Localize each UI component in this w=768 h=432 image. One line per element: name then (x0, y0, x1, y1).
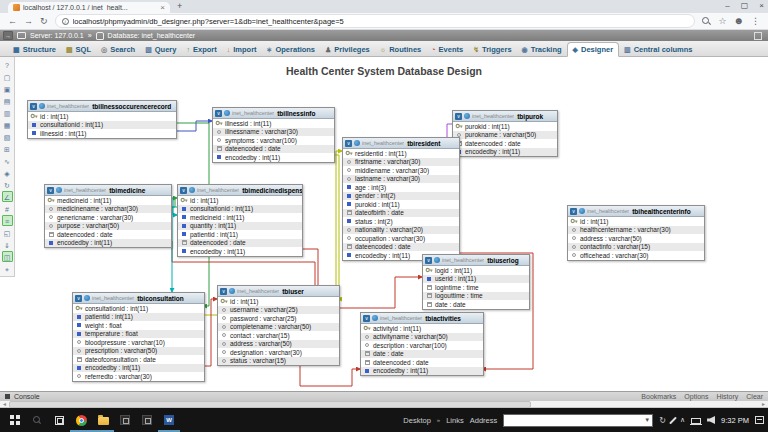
small-big-all-icon[interactable]: ◱ (2, 227, 13, 238)
zoom-icon[interactable] (702, 17, 711, 26)
window-close-button[interactable]: × (759, 0, 764, 12)
export-schema-icon[interactable]: ⇓ (2, 239, 13, 250)
volume-icon[interactable] (707, 416, 715, 424)
entity-tbiactivities[interactable]: ∨inet_healthcentertbiactivitiesactivityi… (360, 312, 484, 376)
field-tbiresident-middlename[interactable]: middlename : varchar(30) (343, 166, 459, 175)
table-structure-icon[interactable] (372, 315, 378, 321)
field-tbipurok-purokname[interactable]: purokname : varchar(50) (453, 131, 557, 140)
table-structure-icon[interactable] (56, 187, 62, 193)
photos-taskbar-button[interactable] (114, 408, 136, 432)
field-tbimedicinedispense-patientid[interactable]: patientid : int(11) (178, 230, 302, 239)
entity-header[interactable]: ∨inet_healthcentertbimedicine (45, 185, 171, 196)
field-tbiconsultation-temperature[interactable]: temperature : float (73, 330, 204, 339)
field-tbimedicine-genericname[interactable]: genericname : varchar(30) (45, 213, 171, 222)
back-icon[interactable]: ← (8, 17, 17, 26)
start-button[interactable] (4, 408, 26, 432)
address-go-icon[interactable]: ↻ (659, 416, 666, 425)
console-label[interactable]: Console (14, 393, 40, 400)
tray-expand-icon[interactable]: ∧ (680, 416, 685, 424)
field-tbiresident-residentid[interactable]: residentid : int(11) (343, 149, 459, 158)
field-tbiuser-completename[interactable]: completename : varchar(50) (218, 323, 339, 332)
tab-events[interactable]: ◔Events (426, 43, 468, 56)
tab-privileges[interactable]: ♟Privileges (320, 43, 375, 56)
tab-central-columns[interactable]: ▥Central columns (619, 43, 697, 56)
field-tbiresident-gender[interactable]: gender : int(2) (343, 192, 459, 201)
console-link-bookmarks[interactable]: Bookmarks (641, 393, 676, 400)
entity-header[interactable]: ∨inet_healthcentertbiresident (343, 138, 459, 149)
entity-tbiuser[interactable]: ∨inet_healthcentertbiuserid : int(11)use… (217, 285, 340, 366)
forward-icon[interactable]: → (24, 17, 33, 26)
entity-tbillnessoccurencerecord[interactable]: ∨inet_healthcentertbillnessoccurencereco… (27, 100, 177, 139)
entity-tbipurok[interactable]: ∨inet_healthcentertbipurokpurokid : int(… (452, 110, 558, 157)
table-structure-icon[interactable] (434, 257, 440, 263)
browser-tab[interactable]: localhost / 127.0.0.1 / inet_healt... × (8, 2, 170, 13)
tab-structure[interactable]: ▦Structure (8, 43, 61, 56)
field-tbihealthcenterinfo-officehead[interactable]: officehead : varchar(30) (568, 251, 704, 260)
scroll-left-icon[interactable]: ◄ (0, 401, 9, 407)
table-structure-icon[interactable] (354, 140, 360, 146)
profile-avatar-icon[interactable]: ☻ (733, 16, 744, 26)
table-structure-icon[interactable] (84, 295, 90, 301)
table-structure-icon[interactable] (579, 208, 585, 214)
field-tbimedicine-encodedby[interactable]: encodedby : int(11) (45, 239, 171, 248)
entity-tbimedicine[interactable]: ∨inet_healthcentertbimedicinemedicineid … (44, 184, 172, 248)
console-link-clear[interactable]: Clear (746, 393, 763, 400)
field-tbihealthcenterinfo-id[interactable]: id : int(11) (568, 217, 704, 226)
tab-operations[interactable]: ∗Operations (262, 43, 320, 56)
field-tbimedicine-purpose[interactable]: purpose : varchar(50) (45, 222, 171, 231)
field-tbiuser-address[interactable]: address : varchar(50) (218, 340, 339, 349)
tab-designer[interactable]: ◈Designer (567, 42, 620, 57)
file-explorer-taskbar-button[interactable] (92, 408, 114, 432)
field-tbillnessinfo-encodedby[interactable]: encodedby : int(11) (213, 153, 334, 162)
field-tbiuserlog-logouttime[interactable]: logouttime : time (423, 292, 529, 301)
field-tbiconsultation-patientid[interactable]: patientid : int(11) (73, 313, 204, 322)
collapse-icon[interactable]: ∨ (47, 187, 54, 194)
entity-header[interactable]: ∨inet_healthcentertbillnessinfo (213, 108, 334, 119)
field-tbiresident-nationality[interactable]: nationality : varchar(20) (343, 226, 459, 235)
tab-sql[interactable]: ▤SQL (61, 43, 96, 56)
field-tbiactivities-activityid[interactable]: activityid : int(11) (361, 324, 483, 333)
table-structure-icon[interactable] (224, 110, 230, 116)
collapse-icon[interactable]: ∨ (345, 140, 352, 147)
field-tbiactivities-encodedby[interactable]: encodedby : int(11) (361, 367, 483, 376)
field-tbimedicinedispense-dateencoded[interactable]: dateencoded : date (178, 239, 302, 248)
field-tbipurok-dateencoded[interactable]: dateencoded : date (453, 139, 557, 148)
address-dropdown-icon[interactable]: ▼ (644, 417, 650, 423)
server-breadcrumb[interactable]: Server: 127.0.0.1 (30, 32, 84, 39)
tab-close-icon[interactable]: × (160, 4, 165, 12)
create-table-icon[interactable]: ⊞ (2, 143, 13, 154)
tab-search[interactable]: ◎Search (96, 43, 140, 56)
delete-page-icon[interactable]: ▧ (2, 131, 13, 142)
collapse-icon[interactable]: ∨ (75, 295, 82, 302)
pen-icon[interactable] (669, 416, 677, 424)
console-link-options[interactable]: Options (684, 393, 708, 400)
horizontal-scrollbar[interactable]: ◄ ► (0, 401, 768, 408)
field-tbihealthcenterinfo-address[interactable]: address : varchar(50) (568, 234, 704, 243)
field-tbiuserlog-logintime[interactable]: logintime : time (423, 283, 529, 292)
field-tbiuser-id[interactable]: id : int(11) (218, 297, 339, 306)
entity-tbiconsultation[interactable]: ∨inet_healthcentertbiconsultationconsult… (72, 292, 205, 382)
tab-tracking[interactable]: ◉Tracking (517, 43, 567, 56)
field-tbimedicine-dateencoded[interactable]: dateencoded : date (45, 230, 171, 239)
move-menu-icon[interactable]: ◫ (2, 251, 13, 262)
field-tbiactivities-dateencoded[interactable]: dateencoded : date (361, 358, 483, 367)
field-tbillnessoccurencerecord-consultationid[interactable]: consultationid : int(11) (28, 121, 176, 130)
taskbar-search-button[interactable] (26, 408, 48, 432)
field-tbimedicinedispense-consultationid[interactable]: consultationid : int(11) (178, 205, 302, 214)
nav-toggle-icon[interactable]: → (3, 31, 13, 40)
tab-routines[interactable]: ☼Routines (375, 43, 427, 56)
field-tbihealthcenterinfo-contactinfo[interactable]: contactinfo : varchar(15) (568, 243, 704, 252)
tab-export[interactable]: ↑Export (181, 43, 221, 56)
field-tbiresident-occupation[interactable]: occupation : varchar(30) (343, 234, 459, 243)
new-page-icon[interactable]: ▣ (2, 83, 13, 94)
mail-taskbar-button[interactable] (136, 408, 158, 432)
field-tbiconsultation-encodedby[interactable]: encodedby : int(11) (73, 364, 204, 373)
window-maximize-button[interactable]: ▢ (741, 0, 749, 12)
entity-tbiuserlog[interactable]: ∨inet_healthcentertbiuserloglogid : int(… (422, 254, 530, 310)
toggle-lines-icon[interactable]: ≡ (2, 215, 13, 226)
field-tbiconsultation-referredto[interactable]: referredto : varchar(30) (73, 372, 204, 381)
entity-header[interactable]: ∨inet_healthcentertbimedicinedispense (178, 185, 302, 196)
reload-icon[interactable]: ↻ (40, 17, 48, 26)
entity-header[interactable]: ∨inet_healthcentertbiactivities (361, 313, 483, 324)
field-tbimedicinedispense-id[interactable]: id : int(11) (178, 196, 302, 205)
